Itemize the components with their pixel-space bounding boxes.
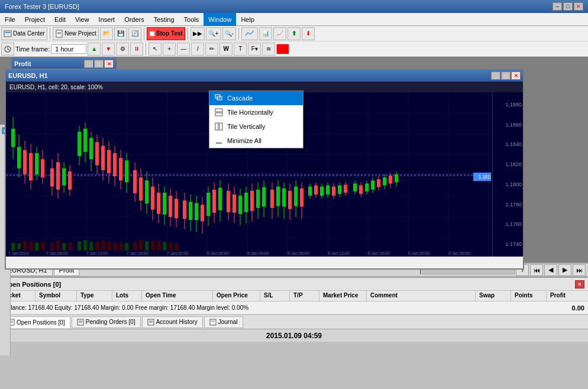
maximize-btn[interactable]: □ [563,2,573,11]
close-btn[interactable]: ✕ [574,2,583,11]
profit-window-titlebar: Profit _ □ ✕ [12,58,116,70]
chart-maximize-btn[interactable]: □ [501,72,511,80]
col-open-price: Open Price [213,291,260,301]
menu-orders[interactable]: Orders [119,13,149,26]
main-workspace: 8 Profit _ □ ✕ EURUSD, H1 _ □ ✕ EURUSD, … [0,57,588,262]
svg-rect-69 [169,196,172,217]
nav-next-btn[interactable]: ▶ [558,264,571,276]
svg-rect-41 [83,129,87,152]
crosshair-btn[interactable]: + [163,43,176,56]
menu-file[interactable]: File [0,13,20,26]
menu-project[interactable]: Project [20,13,50,26]
sep2 [144,28,144,40]
data-center-btn[interactable]: Data Center [1,27,47,40]
svg-rect-152 [77,241,81,250]
profit-minimize-btn[interactable]: _ [84,60,93,68]
nav-first-btn[interactable]: ⏮ [530,264,543,276]
svg-text:8 Jan 08:00: 8 Jan 08:00 [287,251,309,256]
save-btn[interactable]: 💾 [114,27,127,40]
svg-line-8 [250,31,254,34]
svg-rect-155 [95,241,99,250]
zoom-in-btn[interactable]: 🔍+ [206,27,221,40]
chart-minimize-btn[interactable]: _ [491,72,500,80]
svg-rect-55 [125,160,128,182]
chart-btn5[interactable]: ⬇ [302,27,315,40]
svg-text:1.1813: 1.1813 [479,174,491,180]
col-points: Points [511,291,547,301]
timeframe-value[interactable]: 1 hour [51,44,86,54]
chart-btn1[interactable] [241,27,258,40]
svg-rect-101 [270,190,274,208]
tab-pending-orders[interactable]: Pending Orders [0] [72,316,141,328]
svg-text:7 Jan 20:00: 7 Jan 20:00 [167,251,189,256]
menu-edit[interactable]: Edit [50,13,70,26]
tline-btn[interactable]: / [191,43,204,56]
positions-title: Open Positions [0] [4,281,61,288]
chart-btn4[interactable]: ⬆ [287,27,301,40]
speed-btn[interactable]: ▶▶ [190,27,205,40]
tf-settings-btn[interactable]: ⚙ [116,43,129,56]
menu-view[interactable]: View [70,13,94,26]
svg-rect-85 [218,188,222,210]
chart-btn3[interactable]: 📈 [273,27,286,40]
minimize-btn[interactable]: – [553,2,562,11]
svg-rect-67 [163,193,166,215]
journal-icon [209,319,217,326]
svg-rect-156 [101,241,105,250]
toolbar-row-2: Time frame: 1 hour ▲ ▼ ⚙ ⏸ ↖ + — / ✏ W T… [0,41,588,57]
draw-btn[interactable]: ✏ [205,43,218,56]
stop-test-btn[interactable]: Stop Test [147,27,185,40]
text-btn2[interactable]: T [234,43,247,56]
menu-help[interactable]: Help [236,13,259,26]
svg-rect-25 [29,153,33,180]
svg-rect-123 [338,186,341,194]
menu-tile-horizontally[interactable]: Tile Horizontally [209,105,303,119]
fib-btn[interactable]: F▾ [248,43,261,56]
timestamp-text: 2015.01.09 04:59 [266,332,322,340]
pause-btn[interactable]: ⏸ [130,43,143,56]
svg-rect-1 [5,32,10,33]
svg-rect-95 [250,191,254,211]
menu-minimize-all[interactable]: Minimize All [209,134,303,148]
title-text: Forex Tester 3 [EURUSD] [5,3,79,10]
cursor-btn[interactable]: ↖ [148,43,161,56]
svg-rect-75 [189,202,192,220]
chart-close-btn[interactable]: ✕ [511,72,521,80]
svg-text:7 Jan 16:00: 7 Jan 16:00 [127,251,148,256]
menu-tile-vertically[interactable]: Tile Vertically [209,119,303,134]
bottom-position-tabs: Open Positions [0] Pending Orders [0] Ac… [0,315,588,329]
profit-close-btn[interactable]: ✕ [104,60,114,68]
col-open-time: Open Time [142,291,213,301]
menu-insert[interactable]: Insert [94,13,120,26]
nav-prev-btn[interactable]: ◀ [544,264,557,276]
svg-rect-53 [119,158,122,180]
menu-cascade[interactable]: Cascade [209,91,303,105]
pattern-btn[interactable]: ≋ [262,43,275,56]
tf-up-btn[interactable]: ▲ [88,43,101,56]
menu-testing[interactable]: Testing [149,13,179,26]
open-btn[interactable]: 📂 [100,27,113,40]
svg-rect-165 [157,241,160,250]
zoom-out-btn[interactable]: 🔍- [222,27,236,40]
tab-account-history[interactable]: Account History [142,316,203,328]
chart-btn2[interactable]: 📊 [259,27,272,40]
hline-btn[interactable]: — [177,43,190,56]
tab-open-positions[interactable]: Open Positions [0] [2,316,70,328]
history-icon [147,319,154,326]
svg-rect-200 [210,319,216,325]
new-project-btn[interactable]: New Project [53,27,99,40]
svg-rect-83 [212,190,216,213]
tf-down-btn[interactable]: ▼ [102,43,115,56]
profit-maximize-btn[interactable]: □ [94,60,104,68]
refresh-btn[interactable]: 🔄 [128,27,141,40]
menu-window[interactable]: Window [203,13,236,26]
svg-rect-45 [95,142,99,165]
nav-last-btn[interactable]: ⏭ [573,264,586,276]
svg-rect-91 [238,196,242,214]
positions-close-btn[interactable]: ✕ [575,280,584,288]
menu-tools[interactable]: Tools [179,13,204,26]
tab-journal[interactable]: Journal [204,316,243,328]
balance-row: Balance: 17168.40 Equity: 17168.40 Margi… [0,302,588,315]
color-btn[interactable] [276,44,289,54]
text-btn[interactable]: W [219,43,232,56]
